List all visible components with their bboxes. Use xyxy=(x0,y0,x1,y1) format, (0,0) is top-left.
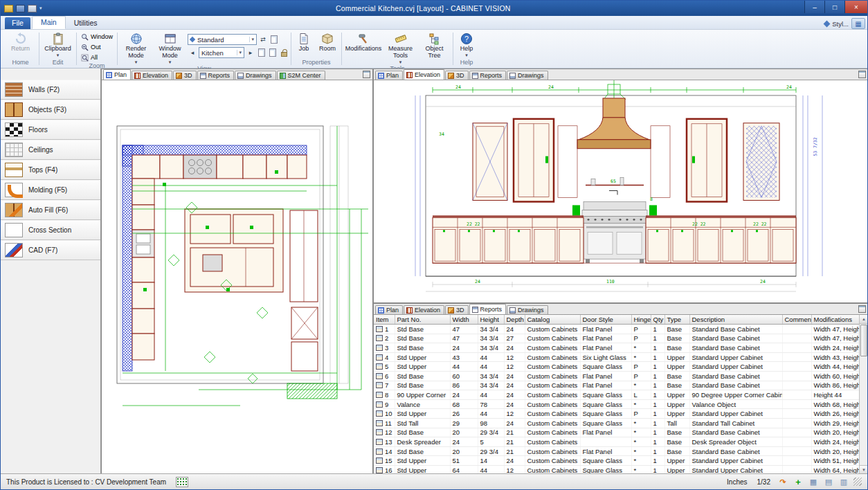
report-row[interactable]: 3Std Base2434 3/424Custom CabinetsFlat P… xyxy=(374,343,859,353)
room-combo[interactable]: Kitchen ▾ xyxy=(199,47,244,58)
style-combo[interactable]: Standard ▾ xyxy=(188,34,257,45)
column-header-part-no[interactable]: Part No. xyxy=(395,315,450,325)
report-row[interactable]: 1Std Base4734 3/424Custom CabinetsFlat P… xyxy=(374,325,859,334)
save-icon[interactable] xyxy=(16,5,25,12)
window-mode-button[interactable]: Window Mode ▾ xyxy=(154,32,186,65)
report-row[interactable]: 10Std Upper264412Custom CabinetsSquare G… xyxy=(374,409,859,419)
units-label[interactable]: Inches xyxy=(724,478,750,486)
sidebar-item-auto-fill[interactable]: Auto Fill (F6) xyxy=(1,200,100,220)
tab-drawings[interactable]: Drawings xyxy=(507,71,548,80)
sidebar-item-cad[interactable]: CAD (F7) xyxy=(1,240,100,260)
pane-maximize-button[interactable] xyxy=(858,71,866,78)
tab-elevation[interactable]: Elevation xyxy=(404,69,444,80)
object-tree-button[interactable]: Object Tree xyxy=(418,32,451,60)
sidebar-item-cross-section[interactable]: Cross Section xyxy=(1,220,100,240)
tab-elevation[interactable]: Elevation xyxy=(132,71,172,80)
plan-canvas[interactable] xyxy=(102,80,372,474)
job-button[interactable]: Job xyxy=(293,32,314,53)
tab-plan[interactable]: Plan xyxy=(375,305,403,314)
tab-reports[interactable]: Reports xyxy=(469,304,507,314)
zoom-window-button[interactable]: Window xyxy=(79,32,115,42)
report-row[interactable]: 890 Upper Corner244424Custom CabinetsSqu… xyxy=(374,390,859,400)
column-header-height[interactable]: Height xyxy=(478,315,504,325)
ribbon-options-button[interactable]: ▦ xyxy=(851,18,865,29)
report-row[interactable]: 6Std Base6034 3/424Custom CabinetsFlat P… xyxy=(374,371,859,381)
elevation-drawing[interactable]: 24 24 24 34 65 8 22 22 22 22 22 22 24 11… xyxy=(374,80,868,302)
pane-maximize-button[interactable] xyxy=(363,71,370,78)
tab-reports[interactable]: Reports xyxy=(197,71,235,80)
scale-label[interactable]: 1/32 xyxy=(754,478,773,486)
zoom-out-button[interactable]: Out xyxy=(79,42,115,52)
reports-table[interactable]: ItemPart No.WidthHeightDepthCatalogDoor … xyxy=(374,315,859,474)
tab-file[interactable]: File xyxy=(5,17,30,29)
tab-3d[interactable]: 3D xyxy=(445,305,469,314)
report-row[interactable]: 15Std Upper511424Custom CabinetsSquare G… xyxy=(374,456,859,466)
tab-3d[interactable]: 3D xyxy=(445,71,469,80)
help-button[interactable]: ? Help ▾ xyxy=(455,32,478,59)
report-row[interactable]: 9Valance687824Custom CabinetsSquare Glas… xyxy=(374,399,859,409)
lock-room-button[interactable] xyxy=(279,48,289,57)
tab-plan[interactable]: Plan xyxy=(103,69,131,80)
resize-grip[interactable] xyxy=(853,478,862,486)
column-header-comment[interactable]: Comment xyxy=(782,315,811,325)
zoom-all-button[interactable]: All xyxy=(79,53,115,62)
column-header-type[interactable]: Type xyxy=(664,315,689,325)
column-header-catalog[interactable]: Catalog xyxy=(525,315,580,325)
tab-drawings[interactable]: Drawings xyxy=(507,305,548,314)
pane-maximize-button[interactable] xyxy=(858,305,866,313)
apply-style-button[interactable] xyxy=(269,35,279,44)
column-header-qty[interactable]: Qty xyxy=(651,315,664,325)
sidebar-item-objects[interactable]: Objects (F3) xyxy=(1,100,100,120)
sidebar-item-tops[interactable]: Tops (F4) xyxy=(1,160,100,180)
tab-reports[interactable]: Reports xyxy=(469,71,507,80)
layout-view-icon[interactable]: ▥ xyxy=(838,478,849,486)
render-mode-button[interactable]: Render Mode ▾ xyxy=(120,32,152,65)
tab-s2m-center[interactable]: S2M Center xyxy=(277,71,325,80)
tab-elevation[interactable]: Elevation xyxy=(404,305,444,314)
close-button[interactable]: × xyxy=(844,1,867,13)
plan-drawing[interactable] xyxy=(102,80,372,474)
transfer-style-button[interactable]: ⇄ xyxy=(258,35,268,44)
report-row[interactable]: 2Std Base4734 3/427Custom CabinetsFlat P… xyxy=(374,334,859,343)
tab-3d[interactable]: 3D xyxy=(173,71,197,80)
snap-grid-button[interactable] xyxy=(176,477,188,487)
sidebar-item-molding[interactable]: Molding (F5) xyxy=(1,180,100,200)
scroll-thumb[interactable] xyxy=(860,325,867,356)
return-button[interactable]: Return xyxy=(4,32,37,53)
column-header-hinge[interactable]: Hinge xyxy=(631,315,651,325)
report-row[interactable]: 12Std Base2029 3/421Custom CabinetsFlat … xyxy=(374,428,859,437)
column-header-door-style[interactable]: Door Style xyxy=(580,315,631,325)
measure-tools-button[interactable]: Measure Tools ▾ xyxy=(384,32,417,65)
report-row[interactable]: 14Std Base2029 3/421Custom CabinetsFlat … xyxy=(374,446,859,456)
print-icon[interactable] xyxy=(28,5,37,12)
report-row[interactable]: 7Std Base8634 3/424Custom CabinetsFlat P… xyxy=(374,381,859,390)
tab-plan[interactable]: Plan xyxy=(375,71,403,80)
column-header-modifications[interactable]: Modifications xyxy=(811,315,859,325)
sidebar-item-ceilings[interactable]: Ceilings xyxy=(1,140,100,160)
report-row[interactable]: 13Desk Spreader24521Custom Cabinets*1Bas… xyxy=(374,437,859,447)
redo-icon[interactable]: ↷ xyxy=(777,478,788,486)
copy-room-button[interactable] xyxy=(268,48,278,57)
sidebar-item-walls[interactable]: Walls (F2) xyxy=(1,80,100,100)
reports-scrollbar[interactable]: ▲ ▼ xyxy=(859,315,868,474)
previous-room-button[interactable]: ◂ xyxy=(188,48,197,57)
column-header-description[interactable]: Description xyxy=(689,315,782,325)
grid-view-icon[interactable]: ▦ xyxy=(808,478,819,486)
column-header-width[interactable]: Width xyxy=(450,315,478,325)
tab-drawings[interactable]: Drawings xyxy=(235,71,276,80)
modifications-button[interactable]: Modifications xyxy=(344,32,383,53)
column-header-item[interactable]: Item xyxy=(374,315,395,325)
open-icon[interactable] xyxy=(4,5,13,12)
elevation-canvas[interactable]: 24 24 24 34 65 8 22 22 22 22 22 22 24 11… xyxy=(374,80,868,302)
add-icon[interactable]: + xyxy=(793,478,804,487)
report-row[interactable]: 11Std Tall299824Custom CabinetsSquare Gl… xyxy=(374,418,859,428)
column-header-depth[interactable]: Depth xyxy=(504,315,525,325)
sidebar-item-floors[interactable]: Floors xyxy=(1,120,100,140)
report-row[interactable]: 5Std Upper444412Custom CabinetsSquare Gl… xyxy=(374,362,859,372)
room-button[interactable]: Room xyxy=(316,32,339,53)
report-row[interactable]: 4Std Upper434412Custom CabinetsSix Light… xyxy=(374,352,859,362)
style-panel-label[interactable]: Styl... xyxy=(832,20,849,28)
new-room-button[interactable] xyxy=(257,48,266,57)
clipboard-button[interactable]: Clipboard ▾ xyxy=(42,32,74,59)
table-view-icon[interactable]: ▤ xyxy=(823,478,834,486)
